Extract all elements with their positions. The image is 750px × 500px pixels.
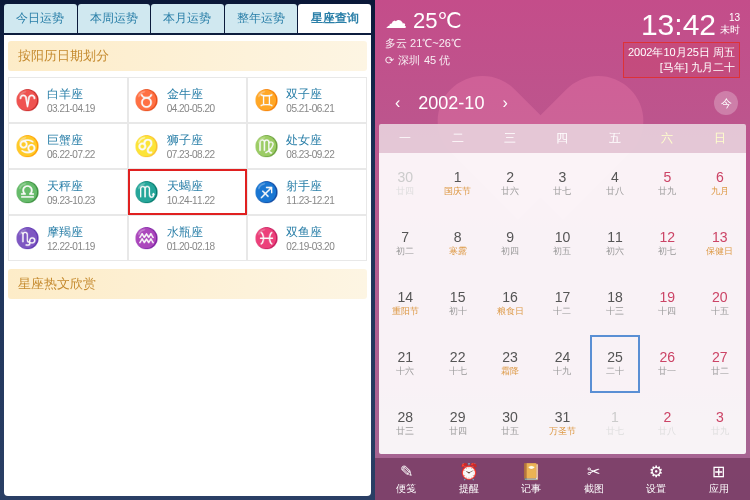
today-button[interactable]: 今 [714, 91, 738, 115]
day-cell[interactable]: 14重阳节 [379, 273, 431, 333]
section-solar-header: 按阳历日期划分 [8, 41, 367, 71]
tab-0[interactable]: 今日运势 [4, 4, 77, 33]
day-sublabel: 初二 [396, 245, 414, 258]
zodiac-摩羯座[interactable]: ♑摩羯座12.22-01.19 [8, 215, 128, 261]
day-number: 13 [712, 229, 728, 245]
day-cell[interactable]: 3廿九 [694, 394, 746, 454]
month-nav: ‹ 2002-10 › 今 [375, 86, 750, 120]
day-number: 28 [397, 409, 413, 425]
day-number: 9 [506, 229, 514, 245]
day-cell[interactable]: 4廿八 [589, 153, 641, 213]
zodiac-处女座[interactable]: ♍处女座08.23-09.22 [247, 123, 367, 169]
day-number: 31 [555, 409, 571, 425]
time-value: 13:42 [641, 8, 716, 42]
zodiac-水瓶座[interactable]: ♒水瓶座01.20-02.18 [128, 215, 248, 261]
day-cell[interactable]: 8寒露 [431, 213, 483, 273]
day-sublabel: 廿九 [658, 185, 676, 198]
day-cell[interactable]: 22十七 [431, 334, 483, 394]
zodiac-射手座[interactable]: ♐射手座11.23-12.21 [247, 169, 367, 215]
next-month-button[interactable]: › [494, 90, 515, 116]
toolbar-label: 截图 [584, 482, 604, 496]
weekday-header: 一二三四五六日 [379, 124, 746, 153]
zodiac-name: 天秤座 [47, 178, 95, 195]
zodiac-range: 11.23-12.21 [286, 195, 334, 206]
day-number: 17 [555, 289, 571, 305]
day-sublabel: 十四 [658, 305, 676, 318]
day-cell[interactable]: 7初二 [379, 213, 431, 273]
zodiac-巨蟹座[interactable]: ♋巨蟹座06.22-07.22 [8, 123, 128, 169]
day-cell[interactable]: 2廿六 [484, 153, 536, 213]
tab-4[interactable]: 星座查询 [298, 4, 371, 33]
prev-month-button[interactable]: ‹ [387, 90, 408, 116]
toolbar-便笺[interactable]: ✎便笺 [375, 462, 438, 496]
day-cell[interactable]: 3廿七 [536, 153, 588, 213]
day-cell[interactable]: 13保健日 [694, 213, 746, 273]
month-label[interactable]: 2002-10 [418, 93, 484, 114]
toolbar-label: 应用 [709, 482, 729, 496]
day-cell[interactable]: 26廿一 [641, 334, 693, 394]
tab-3[interactable]: 整年运势 [225, 4, 298, 33]
toolbar-记事[interactable]: 📔记事 [500, 462, 563, 496]
day-cell[interactable]: 17十二 [536, 273, 588, 333]
day-grid: 30廿四1国庆节2廿六3廿七4廿八5廿九6九月7初二8寒露9初四10初五11初六… [379, 153, 746, 454]
day-cell[interactable]: 2廿八 [641, 394, 693, 454]
day-cell[interactable]: 27廿二 [694, 334, 746, 394]
zodiac-天蝎座[interactable]: ♏天蝎座10.24-11.22 [128, 169, 248, 215]
day-sublabel: 十三 [606, 305, 624, 318]
zodiac-双子座[interactable]: ♊双子座05.21-06.21 [247, 77, 367, 123]
toolbar-提醒[interactable]: ⏰提醒 [438, 462, 501, 496]
toolbar-截图[interactable]: ✂截图 [563, 462, 626, 496]
weather-block[interactable]: ☁ 25℃ 多云 21℃~26℃ ⟳ 深圳 45 优 [385, 8, 462, 78]
zodiac-双鱼座[interactable]: ♓双鱼座02.19-03.20 [247, 215, 367, 261]
day-cell[interactable]: 28廿三 [379, 394, 431, 454]
day-cell[interactable]: 30廿五 [484, 394, 536, 454]
zodiac-icon: ♎ [13, 178, 41, 206]
day-cell[interactable]: 16粮食日 [484, 273, 536, 333]
day-sublabel: 廿三 [396, 425, 414, 438]
toolbar-label: 记事 [521, 482, 541, 496]
day-sublabel: 十七 [449, 365, 467, 378]
bottom-toolbar: ✎便笺⏰提醒📔记事✂截图⚙设置⊞应用 [375, 458, 750, 500]
refresh-icon[interactable]: ⟳ [385, 54, 394, 67]
day-cell[interactable]: 30廿四 [379, 153, 431, 213]
day-sublabel: 万圣节 [549, 425, 576, 438]
day-cell[interactable]: 6九月 [694, 153, 746, 213]
zodiac-range: 08.23-09.22 [286, 149, 334, 160]
zodiac-天秤座[interactable]: ♎天秤座09.23-10.23 [8, 169, 128, 215]
zodiac-狮子座[interactable]: ♌狮子座07.23-08.22 [128, 123, 248, 169]
day-cell[interactable]: 12初七 [641, 213, 693, 273]
city-name: 深圳 [398, 53, 420, 68]
zodiac-白羊座[interactable]: ♈白羊座03.21-04.19 [8, 77, 128, 123]
day-number: 30 [397, 169, 413, 185]
toolbar-应用[interactable]: ⊞应用 [688, 462, 751, 496]
zodiac-name: 双子座 [286, 86, 334, 103]
day-cell[interactable]: 25二十 [589, 334, 641, 394]
tab-1[interactable]: 本周运势 [78, 4, 151, 33]
day-cell[interactable]: 5廿九 [641, 153, 693, 213]
day-cell[interactable]: 29廿四 [431, 394, 483, 454]
day-sublabel: 保健日 [706, 245, 733, 258]
day-cell[interactable]: 11初六 [589, 213, 641, 273]
day-sublabel: 十六 [396, 365, 414, 378]
tab-2[interactable]: 本月运势 [151, 4, 224, 33]
day-cell[interactable]: 20十五 [694, 273, 746, 333]
day-cell[interactable]: 1廿七 [589, 394, 641, 454]
day-sublabel: 廿八 [606, 185, 624, 198]
day-cell[interactable]: 21十六 [379, 334, 431, 394]
day-cell[interactable]: 1国庆节 [431, 153, 483, 213]
day-cell[interactable]: 19十四 [641, 273, 693, 333]
toolbar-设置[interactable]: ⚙设置 [625, 462, 688, 496]
zodiac-range: 12.22-01.19 [47, 241, 95, 252]
day-number: 19 [660, 289, 676, 305]
zodiac-金牛座[interactable]: ♉金牛座04.20-05.20 [128, 77, 248, 123]
day-cell[interactable]: 18十三 [589, 273, 641, 333]
记事-icon: 📔 [521, 462, 541, 480]
day-sublabel: 廿七 [606, 425, 624, 438]
zodiac-range: 05.21-06.21 [286, 103, 334, 114]
day-cell[interactable]: 31万圣节 [536, 394, 588, 454]
day-cell[interactable]: 15初十 [431, 273, 483, 333]
day-cell[interactable]: 10初五 [536, 213, 588, 273]
day-cell[interactable]: 9初四 [484, 213, 536, 273]
day-cell[interactable]: 23霜降 [484, 334, 536, 394]
day-cell[interactable]: 24十九 [536, 334, 588, 394]
